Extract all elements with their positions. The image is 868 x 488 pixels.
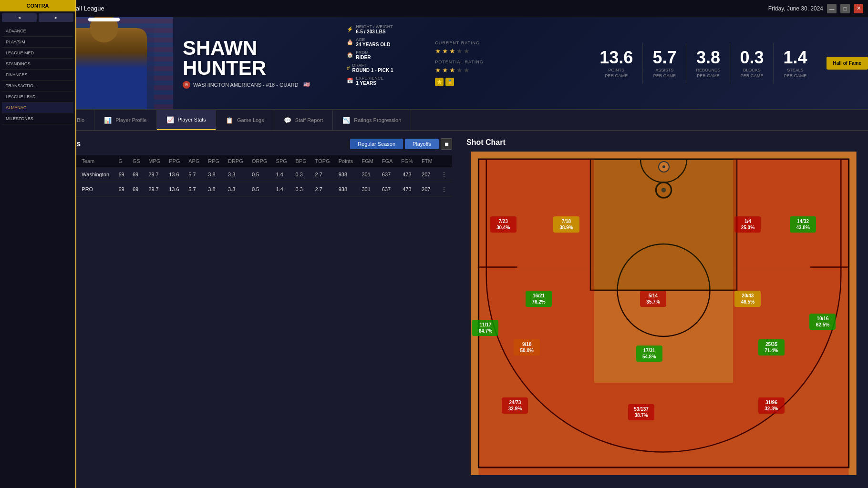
zone-pct-2: 30.4% — [496, 224, 510, 231]
hall-of-fame-button[interactable]: Hall of Fame — [827, 57, 868, 70]
row2-points: 938 — [335, 182, 358, 197]
stats-tab-label: Player Stats — [178, 117, 206, 122]
main-content: SHAWN HUNTER W WASHINGTON AMERICANS - #1… — [40, 17, 868, 488]
ratings-tab-icon: 📉 — [342, 117, 350, 124]
stat-blocks-label: BLOCKSPER GAME — [740, 68, 764, 79]
contracts-milestones[interactable]: MILESTONES — [2, 113, 73, 124]
contracts-nav-back[interactable]: ◄ — [2, 17, 37, 22]
player-last-name: HUNTER — [183, 57, 266, 79]
height-weight-row: ⚡ HEIGHT / WEIGHT 6-5 / 203 LBS — [347, 24, 423, 34]
col-spg: SPG — [272, 155, 292, 167]
date-display: Friday, June 30, 2024 — [768, 5, 823, 12]
row1-rpg: 3.8 — [204, 167, 224, 182]
contracts-almanac[interactable]: ALMANAC — [2, 102, 73, 113]
row1-team: Washington — [78, 167, 114, 182]
stat-rebounds-label: REBOUNDSPER GAME — [696, 68, 720, 79]
row1-gs: 69 — [129, 167, 145, 182]
ratings-tab-label: Ratings Progression — [354, 117, 401, 123]
col-fga: FGA — [378, 155, 397, 167]
current-rating-label: CURRENT RATING — [435, 41, 573, 45]
star-5: ★ — [464, 47, 470, 55]
draft-label: DRAFT — [352, 63, 393, 68]
minimize-button[interactable]: — — [827, 4, 837, 13]
shot-zone-far-right-corner: 10/16 62.5% — [809, 314, 836, 330]
tab-staff-report[interactable]: 💬 Staff Report — [274, 110, 333, 130]
col-apg: APG — [185, 155, 204, 167]
from-icon: 🏠 — [347, 52, 353, 58]
zone-made-6: 10/16 — [816, 315, 828, 322]
draft-icon: # — [347, 65, 350, 71]
tab-ratings-progression[interactable]: 📉 Ratings Progression — [333, 110, 411, 130]
table-row[interactable]: CAREER PRO 69 69 29.7 13.6 5.7 3.8 3.3 0… — [47, 182, 452, 197]
row1-topg: 2.7 — [311, 167, 335, 182]
height-icon: ⚡ — [347, 26, 353, 32]
svg-rect-11 — [479, 159, 595, 267]
svg-rect-16 — [590, 159, 737, 290]
contracts-nav-forward[interactable]: ► — [39, 17, 73, 22]
shot-zone-left-short-mid: 9/18 50.0% — [514, 339, 540, 356]
row2-ppg: 13.6 — [165, 182, 185, 197]
contracts-standings[interactable]: STANDINGS — [2, 59, 73, 70]
row2-more-button[interactable]: ⋮ — [441, 185, 447, 193]
hw-value: 6-5 / 203 LBS — [356, 29, 393, 34]
player-info: SHAWN HUNTER W WASHINGTON AMERICANS - #1… — [173, 17, 342, 109]
rating-badge-2: 🏅 — [445, 78, 454, 86]
row1-g: 69 — [114, 167, 129, 182]
stat-blocks-value: 0.3 — [740, 48, 764, 68]
filter-icon-button[interactable]: ◼ — [441, 138, 452, 150]
stat-points-label: POINTSPER GAME — [599, 68, 633, 79]
age-value: 24 YEARS OLD — [356, 42, 390, 47]
row1-ppg: 13.6 — [165, 167, 185, 182]
row2-mpg: 29.7 — [145, 182, 165, 197]
exp-icon: 📅 — [347, 78, 353, 84]
player-details: ⚡ HEIGHT / WEIGHT 6-5 / 203 LBS 🎂 AGE 24… — [342, 17, 428, 109]
contracts-overlay: CONTRA ◄ ► ADVANCE PLAY/SIM LEAGUE MED S… — [0, 17, 76, 488]
row2-rpg: 3.8 — [204, 182, 224, 197]
shot-zone-left-baseline: 24/73 32.9% — [502, 397, 528, 414]
stat-assists-value: 5.7 — [652, 48, 676, 68]
zone-pct-3: 38.9% — [559, 224, 573, 231]
star-2: ★ — [442, 47, 448, 55]
staffreport-tab-label: Staff Report — [295, 117, 323, 123]
player-tabs: 👤 Player Bio 📊 Player Profile 📈 Player S… — [40, 110, 868, 131]
zone-made-11: 17/31 — [643, 347, 655, 354]
zone-made-10: 9/18 — [522, 341, 531, 347]
potential-rating-block: POTENTIAL RATING ★ ★ ★ ★ ★ ⭐ 🏅 — [435, 60, 573, 86]
contracts-leaguemed[interactable]: LEAGUE MED — [2, 48, 73, 59]
zone-made-7: 16/21 — [533, 293, 545, 299]
col-fgm: FGM — [358, 155, 378, 167]
row1-more-button[interactable]: ⋮ — [441, 171, 447, 178]
stats-tab-icon: 📈 — [166, 116, 174, 123]
contracts-list: ADVANCE PLAY/SIM LEAGUE MED STANDINGS FI… — [0, 24, 75, 126]
row1-spg: 1.4 — [272, 167, 292, 182]
close-button[interactable]: ✕ — [854, 4, 863, 13]
row2-orpg: 0.5 — [248, 182, 272, 197]
col-team: Team — [78, 155, 114, 167]
contracts-playsim[interactable]: PLAY/SIM — [2, 37, 73, 48]
contracts-transactions[interactable]: TRANSACTIO... — [2, 81, 73, 92]
zone-pct-9: 46.5% — [741, 299, 754, 305]
table-row[interactable]: 2023 Washington 69 69 29.7 13.6 5.7 3.8 … — [47, 167, 452, 182]
zone-pct-7: 76.2% — [532, 299, 545, 305]
player-name: SHAWN HUNTER — [183, 38, 332, 78]
contracts-advance[interactable]: ADVANCE — [2, 26, 73, 37]
svg-rect-12 — [733, 159, 849, 267]
regular-season-button[interactable]: Regular Season — [350, 139, 403, 149]
playoffs-button[interactable]: Playoffs — [405, 139, 439, 149]
row1-mpg: 29.7 — [145, 167, 165, 182]
age-label: AGE — [356, 37, 390, 42]
tab-player-stats[interactable]: 📈 Player Stats — [157, 110, 216, 130]
tab-game-logs[interactable]: 📋 Game Logs — [216, 110, 274, 130]
tab-player-profile[interactable]: 📊 Player Profile — [94, 110, 156, 130]
staffreport-tab-icon: 💬 — [284, 117, 291, 124]
zone-pct-14: 38.7% — [634, 412, 648, 418]
row2-g: 69 — [114, 182, 129, 197]
zone-made-2: 7/23 — [498, 218, 507, 224]
row2-fgm: 301 — [358, 182, 378, 197]
shot-zone-right-wing3a: 1/4 25.0% — [734, 216, 761, 233]
maximize-button[interactable]: □ — [840, 4, 850, 13]
current-rating-stars: ★ ★ ★ ★ ★ — [435, 47, 573, 55]
contracts-leaguelead[interactable]: LEAGUE LEAD — [2, 92, 73, 102]
contracts-finances[interactable]: FINANCES — [2, 70, 73, 81]
player-team-info: W WASHINGTON AMERICANS - #18 - GUARD 🇺🇸 — [183, 81, 332, 89]
